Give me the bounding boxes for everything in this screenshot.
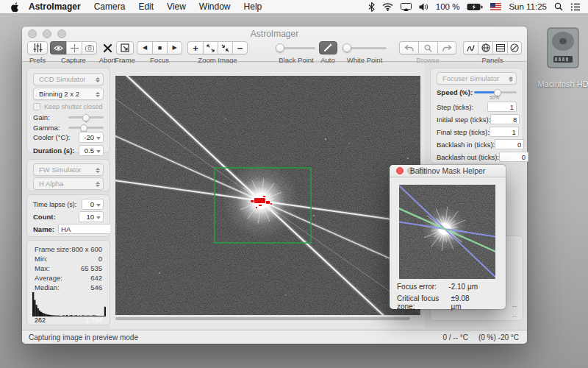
histogram-min-label: 262 [35,316,46,324]
focuser-temp-status: 0 / -- °C [442,333,468,342]
camera-panel: CCD Simulator Binning 2 x 2 Keep shutter… [26,68,110,153]
hard-drive-icon[interactable] [543,22,583,74]
shutter-label: Keep shutter closed [44,103,103,110]
speed-slider[interactable] [474,91,517,93]
notification-center-icon[interactable] [570,3,581,11]
time-lapse-combo[interactable]: 0 [82,199,104,210]
prefs-button[interactable] [27,41,48,54]
panels-label: Panels [481,56,503,64]
zoom-actual-button[interactable] [218,41,232,54]
toolbar-browse: Browse [399,41,456,64]
duration-combo[interactable]: 0.5 [79,145,104,156]
volume-icon[interactable] [419,3,429,11]
gain-slider[interactable] [68,116,104,118]
duration-row: Duration (s): 0.5 [33,145,104,156]
camera-device-select[interactable]: CCD Simulator [33,73,104,85]
menu-window[interactable]: Window [199,1,231,12]
chevron-down-icon [96,150,101,153]
toolbar-white-point: White Point [341,41,388,64]
browse-forward-button[interactable] [437,41,456,54]
count-combo[interactable]: 10 [79,211,104,222]
focuser-row: Backlash in (ticks): [437,139,517,149]
initial-step-input[interactable] [490,114,520,124]
focus-error-row: Focus error: -2.10 µm [397,283,478,291]
browse-back-button[interactable] [399,41,418,54]
capture-label: Capture [61,56,86,64]
panel-compass-button[interactable] [507,41,522,54]
panel-focus-curve-button[interactable] [463,41,478,54]
stat-value: 642 [90,274,102,282]
zoom-in-button[interactable]: + [187,41,203,54]
capture-preview-button[interactable] [50,41,66,54]
focus-error-label: Focus error: [397,283,437,291]
focus-in-icon: ◀ [143,45,147,51]
white-point-knob[interactable] [343,43,351,52]
zoom-fit-button[interactable] [203,41,218,54]
gamma-slider[interactable] [68,127,104,129]
step-input[interactable] [487,102,517,112]
panel-browser-button[interactable] [478,41,492,54]
captured-star-image[interactable] [115,76,420,315]
filter-wheel-select[interactable]: FW Simulator [33,163,104,176]
menu-view[interactable]: View [167,1,186,12]
toolbar-focus: ◀ ■ ▶ Focus [137,41,182,64]
stepper-icon [95,91,101,99]
focus-stop-icon: ■ [158,45,162,52]
apple-menu-icon[interactable] [10,1,20,13]
frame-crop-icon [121,43,129,52]
menu-camera[interactable]: Camera [94,1,126,12]
desktop-disk-shortcut[interactable]: Macintosh HD [526,22,588,88]
white-point-slider[interactable] [343,47,387,49]
window-title: AstroImager [22,29,527,39]
abort-button[interactable] [103,41,112,54]
stepper-icon [95,76,101,84]
black-point-slider[interactable] [277,47,315,49]
menu-help[interactable]: Help [244,1,262,12]
exposure-progress-track[interactable] [115,317,410,320]
stat-value: 800 x 600 [71,245,102,253]
input-language-flag-icon[interactable] [490,3,501,10]
critical-focus-zone-row: Critical focus zone: ±9.08 µm [397,294,478,311]
speed-label: Speed (%): [437,88,473,96]
focuser-device-select[interactable]: Focuser Simulator [437,72,517,85]
menu-clock[interactable]: Sun 11:25 [509,2,547,11]
zoom-out-button[interactable]: − [232,41,248,54]
wifi-icon[interactable] [382,3,393,11]
cooler-combo[interactable]: -20 [79,132,104,143]
focuser-panel: Focuser Simulator Speed (%): 50% Step (t… [430,68,523,163]
gamma-knob[interactable] [80,124,87,132]
gain-knob[interactable] [82,114,90,121]
menu-edit[interactable]: Edit [138,1,154,12]
panel-list-button[interactable] [492,41,507,54]
focus-out-button[interactable]: ▶ [167,41,182,54]
bluetooth-icon[interactable] [368,2,375,12]
bahtinov-mask-helper-window: Bahtinov Mask Helper Focus error: -2.10 … [390,165,506,309]
filter-select[interactable]: H Alpha [33,177,104,190]
auto-stretch-button[interactable] [319,41,337,54]
black-point-knob[interactable] [276,43,284,52]
binning-select[interactable]: Binning 2 x 2 [33,88,104,100]
focuser-row-label: Step (ticks): [437,103,473,111]
critical-focus-zone-value: ±9.08 µm [451,294,478,311]
shutter-checkbox[interactable] [33,103,40,110]
browse-search-button[interactable] [418,41,437,54]
capture-image-button[interactable] [82,41,97,54]
backlash-out-input[interactable] [499,152,528,162]
final-step-input[interactable] [490,127,519,137]
focus-stop-button[interactable]: ■ [152,41,167,54]
stepper-icon [95,180,101,188]
backlash-in-input[interactable] [495,139,524,149]
zoom-in-icon: + [193,43,198,53]
gain-row: Gain: [33,113,104,121]
capture-focus-button[interactable] [66,41,82,54]
helper-window-title: Bahtinov Mask Helper [390,166,506,175]
spotlight-search-icon[interactable] [554,2,563,11]
focus-in-button[interactable]: ◀ [137,41,152,54]
disk-label[interactable]: Macintosh HD [526,79,588,88]
frame-button[interactable] [116,41,134,54]
count-row: Count: 10 [33,211,104,222]
focuser-row: Final step (ticks): [437,127,517,137]
menu-app-name[interactable]: AstroImager [29,1,81,12]
stepper-icon [508,75,514,83]
airplay-display-icon[interactable] [401,3,412,11]
